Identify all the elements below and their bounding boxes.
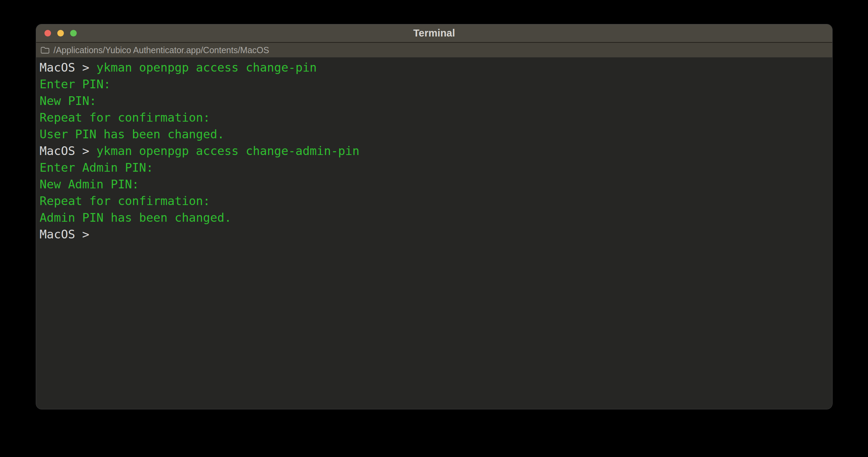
path-bar[interactable]: /Applications/Yubico Authenticator.app/C… — [36, 42, 832, 57]
terminal-line: MacOS > — [40, 226, 829, 243]
terminal-line: Repeat for confirmation: — [40, 109, 829, 126]
traffic-lights — [44, 24, 77, 42]
title-bar[interactable]: Terminal — [36, 24, 832, 42]
terminal-line: Enter Admin PIN: — [40, 159, 829, 176]
output-text: Repeat for confirmation: — [40, 194, 210, 208]
prompt-text: MacOS > — [40, 144, 97, 158]
working-directory-path: /Applications/Yubico Authenticator.app/C… — [53, 45, 269, 55]
prompt-text: MacOS > — [40, 227, 97, 241]
zoom-button[interactable] — [70, 30, 77, 36]
prompt-text: MacOS > — [40, 60, 97, 74]
terminal-line: Admin PIN has been changed. — [40, 209, 829, 226]
output-text: Enter PIN: — [40, 77, 111, 91]
terminal-output[interactable]: MacOS > ykman openpgp access change-pinE… — [36, 57, 832, 409]
output-text: New PIN: — [40, 94, 97, 108]
window-title: Terminal — [413, 27, 455, 39]
output-text: Admin PIN has been changed. — [40, 211, 232, 225]
close-button[interactable] — [44, 30, 51, 36]
command-text: ykman openpgp access change-admin-pin — [97, 144, 359, 158]
output-text: Enter Admin PIN: — [40, 161, 153, 174]
terminal-line: New Admin PIN: — [40, 176, 829, 193]
command-text: ykman openpgp access change-pin — [97, 60, 317, 74]
terminal-line: New PIN: — [40, 92, 829, 109]
terminal-line: MacOS > ykman openpgp access change-admi… — [40, 142, 829, 159]
output-text: New Admin PIN: — [40, 177, 139, 191]
output-text: User PIN has been changed. — [40, 127, 224, 141]
terminal-window: Terminal /Applications/Yubico Authentica… — [36, 24, 832, 409]
minimize-button[interactable] — [57, 30, 64, 36]
terminal-line: Repeat for confirmation: — [40, 193, 829, 209]
terminal-line: User PIN has been changed. — [40, 126, 829, 142]
folder-icon — [40, 46, 50, 54]
terminal-line: Enter PIN: — [40, 76, 829, 92]
terminal-line: MacOS > ykman openpgp access change-pin — [40, 59, 829, 76]
output-text: Repeat for confirmation: — [40, 111, 210, 124]
